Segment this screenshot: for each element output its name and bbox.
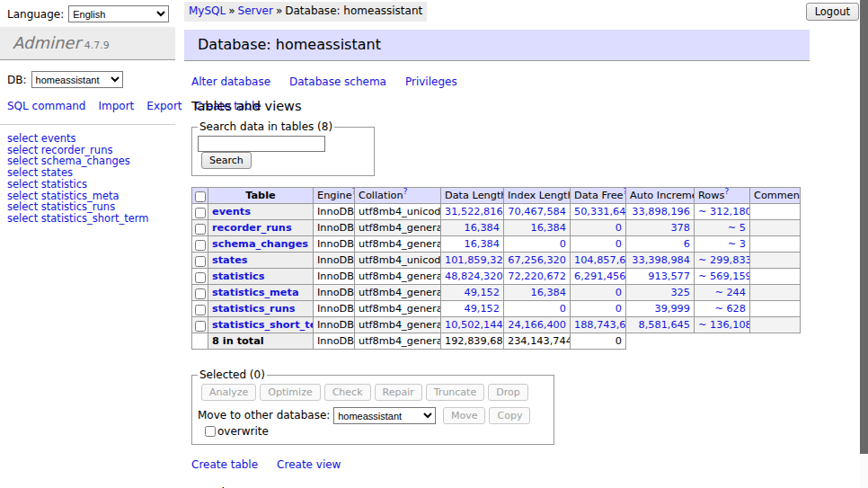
row-checkbox[interactable] (195, 208, 206, 218)
index-length-link[interactable]: 16,384 (530, 287, 566, 298)
rows-link[interactable]: ~ 628 (714, 303, 746, 315)
sidebar-select-events-link[interactable]: select events (7, 133, 168, 145)
index-length-link[interactable]: 67,256,320 (508, 254, 566, 266)
data-free-cell: 188,743,680 (571, 317, 626, 333)
table-name-link[interactable]: events (212, 206, 251, 217)
row-checkbox[interactable] (195, 224, 206, 235)
rows-link[interactable]: ~ 5 (728, 222, 746, 234)
rows-link[interactable]: ~ 3 (728, 238, 746, 250)
optimize-button[interactable]: Optimize (260, 384, 320, 401)
data-length-link[interactable]: 10,502,144 (445, 319, 503, 331)
data-length-link[interactable]: 49,152 (464, 303, 500, 315)
row-checkbox[interactable] (195, 240, 206, 251)
index-length-link[interactable]: 72,220,672 (508, 271, 566, 282)
auto-increment-link[interactable]: 378 (670, 222, 690, 234)
auto-increment-link[interactable]: 6 (684, 238, 690, 250)
data-free-link[interactable]: 188,743,680 (574, 319, 626, 331)
table-name-link[interactable]: statistics (212, 271, 264, 282)
table-name-link[interactable]: statistics_short_term (212, 319, 314, 331)
rows-link[interactable]: ~ 312,180 (698, 206, 750, 217)
auto-increment-link[interactable]: 39,999 (654, 303, 690, 315)
total-index-length-cell: 234,143,744 (504, 333, 571, 350)
vertical-scrollbar (860, 0, 868, 488)
table-name-link[interactable]: statistics_runs (212, 303, 295, 315)
data-free-link[interactable]: 0 (616, 222, 622, 234)
auto-increment-link[interactable]: 325 (670, 287, 690, 298)
rows-link[interactable]: ~ 569,159 (698, 271, 750, 282)
engine-cell: InnoDB (314, 220, 355, 236)
analyze-button[interactable]: Analyze (201, 384, 256, 401)
table-name-link[interactable]: recorder_runs (212, 222, 292, 234)
search-button[interactable]: Search (201, 152, 252, 169)
auto-increment-link[interactable]: 8,581,645 (639, 319, 691, 331)
truncate-button[interactable]: Truncate (426, 384, 484, 401)
repair-button[interactable]: Repair (375, 384, 422, 401)
index-length-link[interactable]: 16,384 (530, 222, 566, 234)
row-checkbox[interactable] (195, 256, 206, 267)
index-length-cell: 72,220,672 (504, 269, 571, 285)
data-free-link[interactable]: 104,857,600 (574, 254, 626, 266)
move-button[interactable]: Move (443, 407, 486, 424)
sidebar-select-statistics-short-term-link[interactable]: select statistics_short_term (7, 213, 168, 225)
drop-button[interactable]: Drop (488, 384, 527, 401)
auto-increment-link[interactable]: 33,898,196 (632, 206, 690, 217)
row-checkbox[interactable] (195, 321, 206, 332)
search-input[interactable] (198, 136, 325, 152)
breadcrumb-separator: » (228, 4, 235, 17)
alter-database-link[interactable]: Alter database (191, 75, 270, 88)
row-checkbox[interactable] (195, 305, 206, 315)
table-name-link[interactable]: statistics_meta (212, 287, 299, 298)
data-length-link[interactable]: 49,152 (464, 287, 500, 298)
data-free-link[interactable]: 6,291,456 (574, 271, 626, 282)
index-length-link[interactable]: 24,166,400 (508, 319, 566, 331)
index-length-link[interactable]: 0 (560, 238, 566, 250)
breadcrumb-server-link[interactable]: Server (238, 4, 273, 17)
data-free-link[interactable]: 50,331,648 (574, 206, 626, 217)
app-header: Adminer4.7.9 (0, 27, 175, 60)
collation-cell: utf8mb4_general_ci (355, 220, 441, 236)
collation-cell: utf8mb4_general_ci (355, 269, 441, 285)
check-button[interactable]: Check (324, 384, 371, 401)
table-name-link[interactable]: states (212, 254, 248, 266)
table-name-link[interactable]: schema_changes (212, 238, 308, 250)
overwrite-checkbox[interactable] (205, 426, 216, 437)
index-length-link[interactable]: 70,467,584 (508, 206, 566, 217)
rows-link[interactable]: ~ 299,833 (698, 254, 750, 266)
sidebar-export-link[interactable]: Export (146, 100, 182, 112)
data-length-link[interactable]: 16,384 (464, 238, 500, 250)
help-icon[interactable]: ? (403, 188, 408, 197)
auto-increment-link[interactable]: 33,398,984 (632, 254, 690, 266)
sidebar-select-statistics-link[interactable]: select statistics (7, 179, 168, 191)
create-table-link[interactable]: Create table (191, 458, 258, 471)
rows-link[interactable]: ~ 136,108 (698, 319, 750, 331)
sidebar-import-link[interactable]: Import (98, 100, 134, 112)
db-select[interactable]: homeassistant (31, 71, 123, 88)
data-length-link[interactable]: 101,859,328 (445, 254, 504, 266)
data-free-link[interactable]: 0 (616, 287, 622, 298)
sidebar-select-states-link[interactable]: select states (7, 167, 168, 179)
database-schema-link[interactable]: Database schema (289, 75, 386, 88)
copy-button[interactable]: Copy (489, 407, 530, 424)
data-length-link[interactable]: 31,522,816 (445, 206, 503, 217)
sidebar: DB:homeassistant SQL commandImportExport… (0, 61, 175, 225)
help-icon[interactable]: ? (724, 188, 729, 197)
move-db-select[interactable]: homeassistant (333, 407, 436, 424)
privileges-link[interactable]: Privileges (405, 75, 457, 88)
rows-link[interactable]: ~ 244 (714, 287, 746, 298)
data-free-link[interactable]: 0 (616, 303, 622, 315)
language-select[interactable]: English (68, 5, 169, 22)
row-checkbox[interactable] (195, 288, 206, 299)
breadcrumb-mysql-link[interactable]: MySQL (189, 4, 226, 17)
logout-button[interactable]: Logout (806, 3, 859, 21)
scrollbar-thumb[interactable] (860, 0, 868, 454)
create-view-link[interactable]: Create view (277, 458, 341, 471)
auto-increment-link[interactable]: 913,577 (648, 271, 690, 282)
sidebar-sql-command-link[interactable]: SQL command (7, 100, 85, 112)
select-all-checkbox[interactable] (195, 191, 206, 202)
data-length-link[interactable]: 48,824,320 (445, 271, 503, 282)
comment-cell (750, 301, 801, 317)
data-length-link[interactable]: 16,384 (464, 222, 500, 234)
row-checkbox[interactable] (195, 272, 206, 283)
index-length-link[interactable]: 0 (560, 303, 566, 315)
data-free-link[interactable]: 0 (616, 238, 622, 250)
